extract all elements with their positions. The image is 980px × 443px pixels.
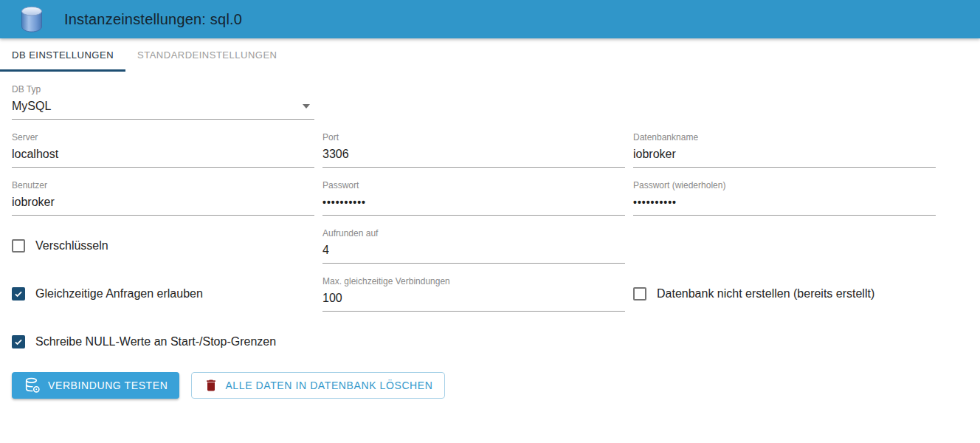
dialog-header: Instanzeinstellungen: sql.0: [0, 0, 980, 38]
checkbox-verschluesseln[interactable]: Verschlüsseln: [12, 239, 108, 253]
datenbankname-input[interactable]: iobroker: [633, 145, 936, 168]
field-db-typ: DB Typ MySQL: [12, 84, 314, 120]
db-typ-select[interactable]: MySQL: [12, 97, 314, 120]
checkbox-box: [12, 335, 25, 348]
delete-all-data-label: ALLE DATEN IN DATENBANK LÖSCHEN: [225, 380, 432, 391]
field-aufrunden-auf: Aufrunden auf 4: [322, 228, 625, 264]
tab-label: STANDARDEINSTELLUNGEN: [137, 49, 277, 61]
server-label: Server: [12, 132, 314, 142]
field-max-verbindungen: Max. gleichzeitige Verbindungen 100: [322, 276, 625, 312]
checkbox-label: Verschlüsseln: [35, 239, 108, 253]
max-verbindungen-input[interactable]: 100: [322, 289, 625, 312]
test-connection-button[interactable]: VERBINDUNG TESTEN: [12, 372, 179, 399]
checkbox-gleichzeitige-anfragen[interactable]: Gleichzeitige Anfragen erlauben: [12, 287, 203, 301]
checkbox-null-werte[interactable]: Schreibe NULL-Werte an Start-/Stop-Grenz…: [12, 335, 276, 348]
chevron-down-icon: [303, 104, 310, 109]
tab-label: DB EINSTELLUNGEN: [12, 49, 114, 61]
field-datenbankname: Datenbankname iobroker: [633, 132, 936, 168]
instance-settings-dialog: Instanzeinstellungen: sql.0 DB EINSTELLU…: [0, 0, 980, 399]
checkbox-datenbank-nicht-erstellen[interactable]: Datenbank nicht erstellen (bereits erste…: [633, 287, 874, 301]
checkbox-label: Schreibe NULL-Werte an Start-/Stop-Grenz…: [35, 335, 276, 348]
port-label: Port: [322, 132, 625, 142]
max-verbindungen-label: Max. gleichzeitige Verbindungen: [322, 276, 625, 286]
field-benutzer: Benutzer iobroker: [12, 180, 314, 216]
field-passwort-wiederholen: Passwort (wiederholen) ••••••••••: [633, 180, 936, 216]
aufrunden-label: Aufrunden auf: [322, 228, 625, 238]
datenbankname-label: Datenbankname: [633, 132, 936, 142]
checkbox-box: [633, 287, 646, 301]
field-server: Server localhost: [12, 132, 314, 168]
benutzer-label: Benutzer: [12, 180, 314, 190]
passwort-input[interactable]: ••••••••••: [322, 193, 625, 216]
database-connection-icon: [24, 377, 41, 394]
tab-bar: DB EINSTELLUNGEN STANDARDEINSTELLUNGEN: [0, 38, 980, 72]
benutzer-input[interactable]: iobroker: [12, 193, 314, 216]
db-typ-label: DB Typ: [12, 84, 314, 95]
test-connection-label: VERBINDUNG TESTEN: [48, 380, 168, 391]
db-typ-value: MySQL: [12, 97, 51, 115]
checkbox-label: Datenbank nicht erstellen (bereits erste…: [657, 287, 874, 301]
checkbox-box: [12, 287, 25, 301]
delete-all-data-button[interactable]: ALLE DATEN IN DATENBANK LÖSCHEN: [191, 372, 445, 399]
passwort-wiederholen-label: Passwort (wiederholen): [633, 180, 936, 190]
trash-icon: [204, 378, 218, 393]
field-port: Port 3306: [322, 132, 625, 168]
server-input[interactable]: localhost: [12, 145, 314, 168]
passwort-label: Passwort: [322, 180, 625, 190]
button-row: VERBINDUNG TESTEN ALLE DATEN IN DATENBAN…: [12, 372, 968, 399]
tab-standardeinstellungen[interactable]: STANDARDEINSTELLUNGEN: [125, 38, 289, 72]
port-input[interactable]: 3306: [322, 145, 625, 168]
checkbox-box: [12, 239, 25, 253]
database-logo-icon: [18, 5, 45, 33]
passwort-wiederholen-input[interactable]: ••••••••••: [633, 193, 936, 216]
check-icon: [13, 288, 24, 300]
aufrunden-input[interactable]: 4: [322, 241, 625, 264]
dialog-title: Instanzeinstellungen: sql.0: [64, 11, 242, 28]
field-passwort: Passwort ••••••••••: [322, 180, 625, 216]
tab-db-einstellungen[interactable]: DB EINSTELLUNGEN: [0, 38, 125, 72]
check-icon: [13, 336, 24, 348]
checkbox-label: Gleichzeitige Anfragen erlauben: [35, 287, 203, 301]
settings-form: DB Typ MySQL Server localhost: [0, 72, 980, 399]
